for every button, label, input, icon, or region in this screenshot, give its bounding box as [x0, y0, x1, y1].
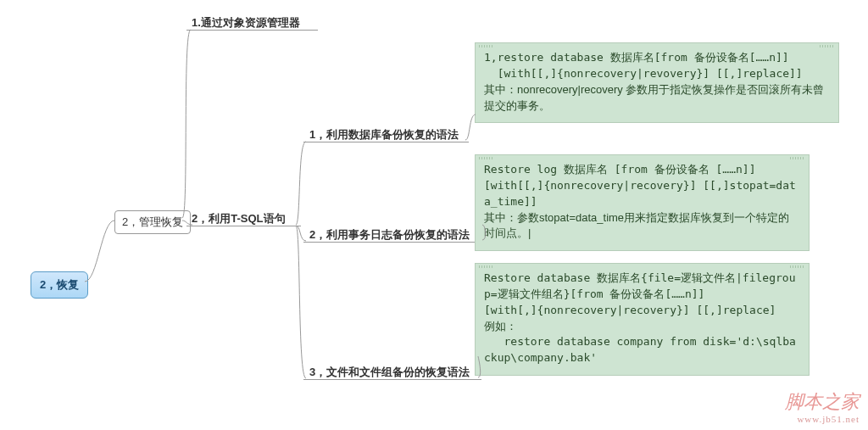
- branch2-underline: [186, 226, 301, 226]
- tsql-item1-note: 1,restore database 数据库名[from 备份设备名[……n]]…: [475, 42, 839, 123]
- tsql-item3-label: 3，文件和文件组备份的恢复语法: [309, 365, 470, 380]
- branch2-label: 2，利用T-SQL语句: [192, 211, 286, 226]
- note2-code2: [with[[,]{nonrecovery|recovery}] [[,]sto…: [484, 178, 800, 210]
- connector-b2-i3: [296, 226, 309, 383]
- branch1-label: 1.通过对象资源管理器: [192, 15, 300, 31]
- watermark: 脚本之家 www.jb51.net: [785, 391, 860, 425]
- tsql-item2-underline: [303, 242, 486, 243]
- tsql-item1-underline: [303, 142, 469, 142]
- watermark-line1: 脚本之家: [785, 391, 860, 413]
- connector-l1-b1: [182, 30, 199, 221]
- note2-code1: Restore log 数据库名 [from 备份设备名 [……n]]: [484, 162, 800, 178]
- note3-code1: Restore database 数据库名{file=逻辑文件名|filegro…: [484, 271, 800, 303]
- note1-code1: 1,restore database 数据库名[from 备份设备名[……n]]: [484, 50, 830, 66]
- note3-code2: [with[,]{nonrecovery|recovery}] [[,]repl…: [484, 303, 800, 319]
- level1-label: 2，管理恢复: [122, 215, 183, 228]
- root-label: 2，恢复: [40, 278, 79, 291]
- note3-code3: restore database company from disk='d:\s…: [484, 334, 800, 366]
- branch1-underline: [186, 30, 318, 31]
- level1-node[interactable]: 2，管理恢复: [114, 210, 191, 234]
- watermark-line2: www.jb51.net: [785, 414, 860, 425]
- root-node[interactable]: 2，恢复: [31, 271, 88, 299]
- tsql-item3-underline: [303, 379, 481, 380]
- note1-desc: 其中：nonrecovery|recovery 参数用于指定恢复操作是否回滚所有…: [484, 82, 830, 114]
- note2-desc: 其中：参数stopat=data_time用来指定数据库恢复到一个特定的时间点。…: [484, 210, 800, 243]
- connector-root-l1: [85, 221, 119, 284]
- tsql-item2-note: Restore log 数据库名 [from 备份设备名 [……n]] [wit…: [475, 154, 810, 251]
- tsql-item2-label: 2，利用事务日志备份恢复的语法: [309, 227, 470, 243]
- connector-b2-i1: [296, 142, 309, 226]
- tsql-item1-label: 1，利用数据库备份恢复的语法: [309, 127, 459, 142]
- note3-desc1: 例如：: [484, 319, 800, 335]
- note1-code2: [with[[,]{nonrecovery|revovery}] [[,]rep…: [484, 66, 830, 82]
- tsql-item3-note: Restore database 数据库名{file=逻辑文件名|filegro…: [475, 263, 810, 376]
